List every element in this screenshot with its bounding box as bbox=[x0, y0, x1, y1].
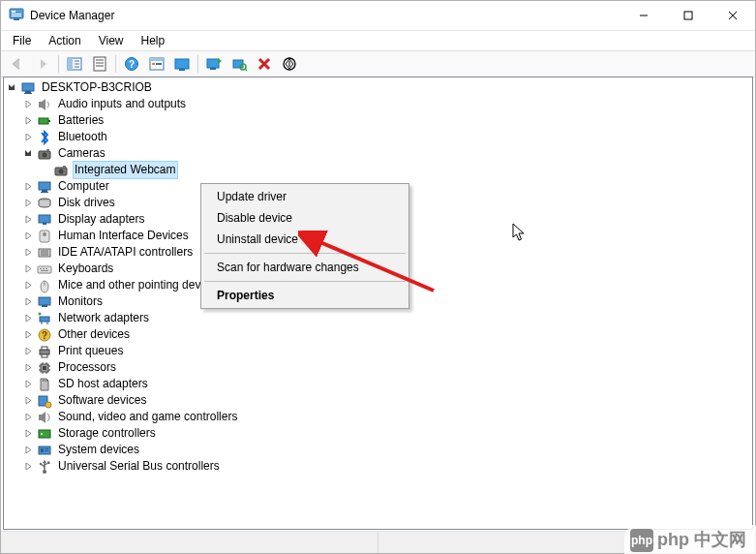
context-menu-item[interactable]: Update driver bbox=[203, 186, 407, 207]
tree-category-label: System devices bbox=[56, 442, 141, 458]
expander-icon[interactable] bbox=[20, 293, 37, 310]
expander-icon[interactable] bbox=[20, 343, 37, 359]
expander-icon[interactable] bbox=[20, 425, 37, 442]
system-icon bbox=[37, 443, 52, 458]
expander-icon[interactable] bbox=[4, 79, 20, 96]
properties-button[interactable] bbox=[87, 52, 112, 76]
svg-rect-24 bbox=[175, 59, 189, 69]
svg-rect-40 bbox=[39, 102, 42, 108]
svg-rect-78 bbox=[42, 347, 47, 350]
expander-icon[interactable] bbox=[20, 195, 37, 211]
expander-icon[interactable] bbox=[20, 228, 37, 244]
tree-device[interactable]: Integrated Webcam bbox=[4, 162, 752, 178]
dashboard-button[interactable] bbox=[169, 52, 195, 76]
tree-category[interactable]: Bluetooth bbox=[4, 129, 752, 145]
tree-category[interactable]: Processors bbox=[4, 359, 752, 376]
help-button[interactable]: ? bbox=[119, 52, 144, 76]
maximize-button[interactable] bbox=[666, 1, 711, 30]
svg-marker-28 bbox=[218, 58, 222, 64]
scan-hardware-button[interactable] bbox=[227, 52, 252, 76]
tree-root[interactable]: DESKTOP-B3CRIOB bbox=[4, 79, 752, 96]
context-menu-item[interactable]: Scan for hardware changes bbox=[203, 257, 407, 278]
expander-icon[interactable] bbox=[20, 409, 37, 425]
watermark-logo: php bbox=[630, 529, 653, 552]
back-button[interactable] bbox=[5, 52, 30, 76]
tree-category[interactable]: Software devices bbox=[4, 392, 752, 409]
update-driver-button[interactable] bbox=[201, 52, 227, 76]
expander-icon[interactable] bbox=[20, 359, 37, 376]
toolbar: ? bbox=[1, 50, 755, 77]
menu-action[interactable]: Action bbox=[41, 33, 88, 48]
tree-category[interactable]: Storage controllers bbox=[4, 425, 752, 442]
expander-icon[interactable] bbox=[20, 261, 37, 277]
expander-icon[interactable] bbox=[20, 277, 37, 293]
svg-rect-46 bbox=[46, 149, 49, 151]
tree-category-label: Other devices bbox=[56, 326, 132, 343]
expander-icon[interactable] bbox=[20, 211, 37, 228]
svg-text:?: ? bbox=[129, 59, 135, 70]
svg-point-103 bbox=[43, 470, 46, 474]
svg-rect-1 bbox=[12, 11, 15, 13]
expander-icon[interactable] bbox=[20, 96, 37, 112]
svg-rect-101 bbox=[45, 448, 48, 449]
expander-icon[interactable] bbox=[20, 310, 37, 326]
svg-rect-102 bbox=[45, 450, 48, 451]
tree-category[interactable]: System devices bbox=[4, 442, 752, 458]
minimize-button[interactable] bbox=[621, 1, 666, 30]
tree-category-label: Storage controllers bbox=[56, 425, 158, 442]
expander-placeholder bbox=[37, 162, 53, 178]
svg-rect-70 bbox=[42, 305, 47, 307]
storage-icon bbox=[37, 426, 52, 442]
expander-icon[interactable] bbox=[20, 178, 37, 195]
svg-rect-97 bbox=[39, 430, 50, 438]
expander-icon[interactable] bbox=[20, 244, 37, 261]
show-hide-tree-button[interactable] bbox=[62, 52, 87, 76]
tree-category[interactable]: Cameras bbox=[4, 145, 752, 162]
expander-icon[interactable] bbox=[20, 129, 37, 145]
camera-icon bbox=[37, 146, 52, 162]
expander-icon[interactable] bbox=[20, 376, 37, 392]
tree-category-label: Monitors bbox=[56, 293, 105, 310]
svg-rect-3 bbox=[12, 15, 21, 16]
context-menu-item[interactable]: Uninstall device bbox=[203, 229, 407, 250]
window: Device Manager File Action View Help bbox=[0, 0, 756, 554]
action-center-button[interactable] bbox=[144, 52, 169, 76]
mouse-icon bbox=[37, 278, 52, 293]
tree-category[interactable]: Sound, video and game controllers bbox=[4, 409, 752, 425]
context-menu-item[interactable]: Properties bbox=[203, 285, 407, 306]
tree-category[interactable]: Network adapters bbox=[4, 310, 752, 326]
expander-icon[interactable] bbox=[20, 392, 37, 409]
tree-category-label: Software devices bbox=[56, 392, 148, 409]
forward-button[interactable] bbox=[30, 52, 55, 76]
tree-category[interactable]: Universal Serial Bus controllers bbox=[4, 458, 752, 475]
menu-file[interactable]: File bbox=[5, 33, 39, 48]
camera-icon bbox=[53, 163, 69, 178]
disable-device-button[interactable] bbox=[277, 52, 302, 76]
tree-category-label: Keyboards bbox=[56, 261, 115, 277]
uninstall-device-button[interactable] bbox=[252, 52, 277, 76]
menu-view[interactable]: View bbox=[91, 33, 132, 48]
status-cell bbox=[1, 532, 378, 553]
expander-icon[interactable] bbox=[20, 458, 37, 475]
expander-icon[interactable] bbox=[20, 145, 37, 162]
svg-point-107 bbox=[40, 462, 42, 464]
expander-icon[interactable] bbox=[20, 112, 37, 129]
cpu-icon bbox=[37, 360, 52, 376]
watermark-text: php 中文网 bbox=[657, 528, 746, 551]
svg-rect-91 bbox=[45, 380, 45, 382]
context-menu-separator bbox=[204, 253, 406, 254]
svg-rect-38 bbox=[25, 91, 31, 93]
tree-category[interactable]: Print queues bbox=[4, 343, 752, 359]
expander-icon[interactable] bbox=[20, 442, 37, 458]
tree-device-label: Integrated Webcam bbox=[73, 161, 178, 179]
menu-help[interactable]: Help bbox=[134, 33, 173, 48]
tree-category-label: IDE ATA/ATAPI controllers bbox=[56, 244, 195, 261]
tree-category[interactable]: Batteries bbox=[4, 112, 752, 129]
tree-category[interactable]: Audio inputs and outputs bbox=[4, 96, 752, 112]
close-button[interactable] bbox=[711, 1, 755, 30]
tree-category-label: Processors bbox=[56, 359, 118, 376]
expander-icon[interactable] bbox=[20, 326, 37, 343]
tree-category[interactable]: SD host adapters bbox=[4, 376, 752, 392]
tree-category[interactable]: ?Other devices bbox=[4, 326, 752, 343]
context-menu-item[interactable]: Disable device bbox=[203, 207, 407, 229]
